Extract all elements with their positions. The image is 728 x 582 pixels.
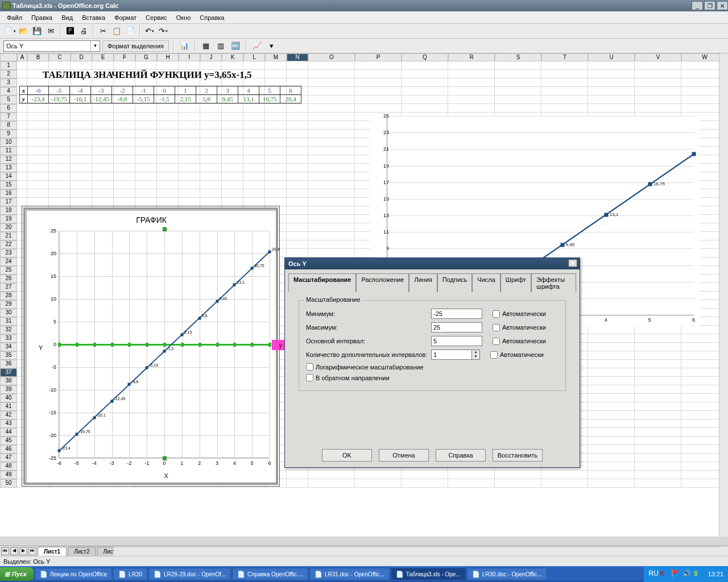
table-cell[interactable]: -5 (49, 86, 70, 95)
table-cell[interactable]: -1,5 (154, 95, 175, 103)
table-cell[interactable]: 2 (196, 86, 217, 95)
row-header-41[interactable]: 41 (0, 402, 17, 411)
table-cell[interactable]: -1 (133, 86, 154, 95)
menu-view[interactable]: Вид (57, 13, 77, 22)
min-input[interactable] (431, 309, 482, 319)
sheet-nav-last[interactable]: ⏭ (28, 547, 36, 555)
col-header-E[interactable]: E (92, 53, 114, 61)
sheet-tab[interactable]: Лист1 (38, 547, 67, 556)
row-header-32[interactable]: 32 (0, 326, 17, 334)
table-cell[interactable]: 5,8 (196, 95, 217, 103)
row-header-14[interactable]: 14 (0, 172, 17, 181)
row-header-18[interactable]: 18 (0, 206, 17, 215)
col-header-G[interactable]: G (135, 53, 157, 61)
table-cell[interactable]: 6 (280, 86, 301, 95)
chart-type-icon[interactable]: 📊 (178, 40, 191, 52)
open-button[interactable]: 📂 (17, 25, 30, 38)
row-header-42[interactable]: 42 (0, 411, 17, 419)
email-button[interactable]: ✉ (44, 25, 57, 38)
col-header-S[interactable]: S (495, 53, 541, 61)
table-cell[interactable]: -12,45 (91, 95, 112, 103)
table-cell[interactable]: -2 (112, 86, 133, 95)
row-header-19[interactable]: 19 (0, 215, 17, 223)
row-header-37[interactable]: 37 (0, 368, 17, 377)
row-header-4[interactable]: 4 (0, 87, 17, 95)
menu-insert[interactable]: Вставка (77, 13, 110, 22)
table-cell[interactable]: 9,45 (217, 95, 238, 103)
dialog-tab[interactable]: Расположение (356, 273, 409, 292)
table-cell[interactable]: -6 (28, 86, 49, 95)
row-header-38[interactable]: 38 (0, 377, 17, 385)
row-header-50[interactable]: 50 (0, 479, 17, 488)
minimize-button[interactable]: _ (692, 1, 703, 10)
row-header-13[interactable]: 13 (0, 164, 17, 172)
row-header-40[interactable]: 40 (0, 394, 17, 402)
chart-left[interactable]: ГРАФИК y X Y -6-5-4-3-2-10123456-25-20-1… (26, 210, 276, 483)
table-cell[interactable]: 0 (154, 86, 175, 95)
grid-v-icon[interactable]: ▥ (214, 40, 227, 52)
col-header-L[interactable]: L (243, 53, 265, 61)
table-cell[interactable]: 4 (238, 86, 259, 95)
reset-button[interactable]: Восстановить (493, 449, 543, 462)
row-header-15[interactable]: 15 (0, 181, 17, 189)
grid-h-icon[interactable]: ▦ (200, 40, 212, 52)
dialog-tab[interactable]: Линия (409, 273, 437, 292)
save-button[interactable]: 💾 (31, 25, 43, 38)
row-header-46[interactable]: 46 (0, 445, 17, 454)
minor-spinner[interactable]: ▲▼ (472, 350, 480, 360)
tray-lang-icon[interactable]: RU (648, 569, 657, 579)
row-header-2[interactable]: 2 (0, 70, 17, 78)
paste-button[interactable]: 📄 (124, 25, 136, 38)
row-header-5[interactable]: 5 (0, 95, 17, 104)
chart-insert-icon[interactable]: 📈 (251, 40, 263, 52)
menu-format[interactable]: Формат (110, 13, 141, 22)
table-cell[interactable]: 13,1 (238, 95, 259, 103)
row-header-48[interactable]: 48 (0, 462, 17, 471)
max-auto-checkbox[interactable]: Автоматически (493, 324, 546, 331)
col-header-H[interactable]: H (157, 53, 179, 61)
col-header-V[interactable]: V (635, 53, 681, 61)
system-tray[interactable]: RU K 🚩 🔊 ti 13:21 (644, 566, 728, 582)
row-header-6[interactable]: 6 (0, 104, 17, 113)
tray-network-icon[interactable]: ti (694, 569, 703, 579)
undo-button[interactable]: ↶ (143, 25, 156, 38)
row-header-45[interactable]: 45 (0, 436, 17, 445)
row-header-27[interactable]: 27 (0, 283, 17, 292)
row-header-1[interactable]: 1 (0, 61, 17, 70)
table-cell[interactable]: -16,1 (70, 95, 91, 103)
row-header-10[interactable]: 10 (0, 138, 17, 147)
table-cell[interactable]: -4 (70, 86, 91, 95)
export-pdf-button[interactable]: 🅿 (64, 25, 76, 38)
dialog-tab[interactable]: Масштабирование (288, 273, 356, 292)
sheet-tab[interactable]: Лист2 (68, 547, 96, 556)
col-header-B[interactable]: B (27, 53, 49, 61)
new-doc-button[interactable]: 📄 (3, 25, 16, 38)
col-header-J[interactable]: J (200, 53, 222, 61)
legend-icon[interactable]: 🔤 (229, 40, 242, 52)
menu-window[interactable]: Окно (172, 13, 196, 22)
table-cell[interactable]: 16,75 (259, 95, 280, 103)
row-header-35[interactable]: 35 (0, 351, 17, 360)
col-header-Q[interactable]: Q (402, 53, 448, 61)
col-header-T[interactable]: T (541, 53, 588, 61)
chart-left-plot[interactable]: y X Y -6-5-4-3-2-10123456-25-20-15-10-50… (59, 231, 269, 458)
row-header-8[interactable]: 8 (0, 121, 17, 130)
print-button[interactable]: 🖨 (77, 25, 90, 38)
row-header-36[interactable]: 36 (0, 360, 17, 368)
row-header-21[interactable]: 21 (0, 232, 17, 240)
row-header-20[interactable]: 20 (0, 223, 17, 232)
row-header-26[interactable]: 26 (0, 275, 17, 283)
col-header-N[interactable]: N (287, 53, 308, 61)
row-header-3[interactable]: 3 (0, 78, 17, 87)
min-auto-checkbox[interactable]: Автоматически (493, 310, 546, 318)
horizontal-scrollbar[interactable] (114, 547, 719, 556)
sheet-nav-first[interactable]: ⏮ (1, 547, 9, 555)
reverse-checkbox[interactable]: В обратном направлении (306, 374, 390, 381)
table-cell[interactable]: 1 (175, 86, 196, 95)
row-header-23[interactable]: 23 (0, 249, 17, 257)
menu-edit[interactable]: Правка (27, 13, 57, 22)
tray-volume-icon[interactable]: 🔊 (682, 569, 692, 579)
dialog-tab[interactable]: Эффекты шрифта (531, 273, 576, 292)
dialog-titlebar[interactable]: Ось Y ✕ (285, 258, 580, 269)
row-header-39[interactable]: 39 (0, 385, 17, 394)
